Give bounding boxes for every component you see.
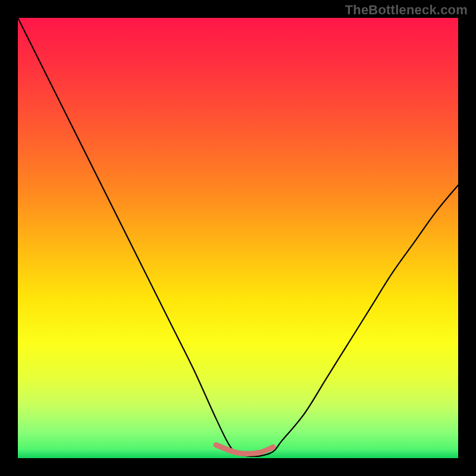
optimal-range-highlight-path bbox=[216, 445, 273, 454]
plot-area bbox=[18, 18, 458, 458]
bottleneck-curve-svg bbox=[18, 18, 458, 458]
watermark-text: TheBottleneck.com bbox=[345, 2, 468, 18]
chart-frame: TheBottleneck.com bbox=[0, 0, 476, 476]
bottleneck-curve-path bbox=[18, 18, 458, 456]
